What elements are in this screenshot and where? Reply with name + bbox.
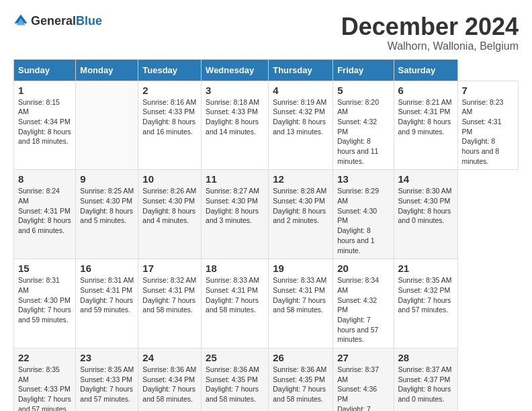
page-header: GeneralBlue December 2024 Walhorn, Wallo… — [13, 13, 519, 52]
header-tuesday: Tuesday — [138, 59, 202, 81]
calendar-week-3: 15Sunrise: 8:31 AMSunset: 4:30 PMDayligh… — [14, 259, 519, 349]
table-row: 28Sunrise: 8:37 AMSunset: 4:37 PMDayligh… — [394, 349, 457, 411]
table-row: 10Sunrise: 8:26 AMSunset: 4:30 PMDayligh… — [138, 170, 202, 259]
table-row: 27Sunrise: 8:37 AMSunset: 4:36 PMDayligh… — [333, 349, 394, 411]
location-title: Walhorn, Wallonia, Belgium — [341, 40, 519, 52]
logo: GeneralBlue — [13, 13, 102, 28]
title-block: December 2024 Walhorn, Wallonia, Belgium — [341, 13, 519, 52]
table-row: 25Sunrise: 8:36 AMSunset: 4:35 PMDayligh… — [202, 349, 269, 411]
table-row: 15Sunrise: 8:31 AMSunset: 4:30 PMDayligh… — [14, 259, 76, 349]
table-row: 23Sunrise: 8:35 AMSunset: 4:33 PMDayligh… — [76, 349, 138, 411]
header-wednesday: Wednesday — [202, 59, 269, 81]
header-friday: Friday — [333, 59, 394, 81]
table-row: 16Sunrise: 8:31 AMSunset: 4:31 PMDayligh… — [76, 259, 138, 349]
table-row: 7Sunrise: 8:23 AMSunset: 4:31 PMDaylight… — [457, 81, 518, 170]
table-row: 11Sunrise: 8:27 AMSunset: 4:30 PMDayligh… — [202, 170, 269, 259]
table-row: 17Sunrise: 8:32 AMSunset: 4:31 PMDayligh… — [138, 259, 202, 349]
calendar-week-2: 8Sunrise: 8:24 AMSunset: 4:31 PMDaylight… — [14, 170, 519, 259]
table-row: 3Sunrise: 8:18 AMSunset: 4:33 PMDaylight… — [202, 81, 269, 170]
table-row: 22Sunrise: 8:35 AMSunset: 4:33 PMDayligh… — [14, 349, 76, 411]
calendar-table: SundayMondayTuesdayWednesdayThursdayFrid… — [13, 59, 519, 411]
header-monday: Monday — [76, 59, 138, 81]
logo-icon — [13, 13, 28, 28]
month-title: December 2024 — [341, 13, 519, 40]
calendar-week-1: 1Sunrise: 8:15 AMSunset: 4:34 PMDaylight… — [14, 81, 519, 170]
table-row: 8Sunrise: 8:24 AMSunset: 4:31 PMDaylight… — [14, 170, 76, 259]
table-row: 13Sunrise: 8:29 AMSunset: 4:30 PMDayligh… — [333, 170, 394, 259]
table-row: 19Sunrise: 8:33 AMSunset: 4:31 PMDayligh… — [269, 259, 333, 349]
table-row: 24Sunrise: 8:36 AMSunset: 4:34 PMDayligh… — [138, 349, 202, 411]
logo-general: GeneralBlue — [31, 14, 102, 28]
calendar-week-4: 22Sunrise: 8:35 AMSunset: 4:33 PMDayligh… — [14, 349, 519, 411]
table-row: 2Sunrise: 8:16 AMSunset: 4:33 PMDaylight… — [138, 81, 202, 170]
table-row — [76, 81, 138, 170]
table-row: 14Sunrise: 8:30 AMSunset: 4:30 PMDayligh… — [394, 170, 457, 259]
table-row: 5Sunrise: 8:20 AMSunset: 4:32 PMDaylight… — [333, 81, 394, 170]
table-row: 21Sunrise: 8:35 AMSunset: 4:32 PMDayligh… — [394, 259, 457, 349]
header-thursday: Thursday — [269, 59, 333, 81]
table-row: 12Sunrise: 8:28 AMSunset: 4:30 PMDayligh… — [269, 170, 333, 259]
table-row: 6Sunrise: 8:21 AMSunset: 4:31 PMDaylight… — [394, 81, 457, 170]
table-row: 20Sunrise: 8:34 AMSunset: 4:32 PMDayligh… — [333, 259, 394, 349]
table-row: 18Sunrise: 8:33 AMSunset: 4:31 PMDayligh… — [202, 259, 269, 349]
table-row: 26Sunrise: 8:36 AMSunset: 4:35 PMDayligh… — [269, 349, 333, 411]
table-row: 9Sunrise: 8:25 AMSunset: 4:30 PMDaylight… — [76, 170, 138, 259]
header-sunday: Sunday — [14, 59, 76, 81]
header-saturday: Saturday — [394, 59, 457, 81]
calendar-header-row: SundayMondayTuesdayWednesdayThursdayFrid… — [14, 59, 519, 81]
table-row: 1Sunrise: 8:15 AMSunset: 4:34 PMDaylight… — [14, 81, 76, 170]
table-row: 4Sunrise: 8:19 AMSunset: 4:32 PMDaylight… — [269, 81, 333, 170]
